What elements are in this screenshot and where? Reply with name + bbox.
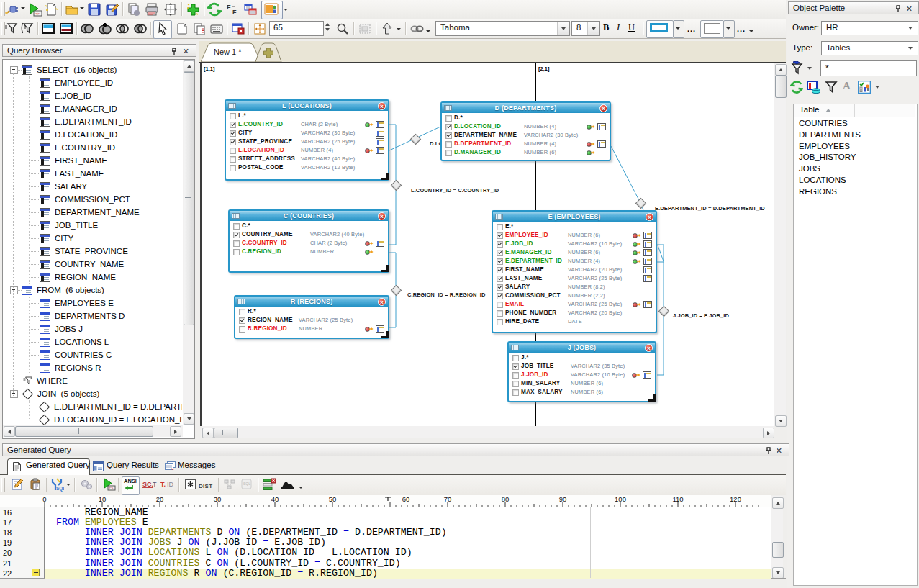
svg-text:SC.: SC. [142,481,153,488]
svg-text:F: F [227,4,231,11]
svg-text:60: 60 [402,495,410,503]
svg-text:[1,1]: [1,1] [204,65,215,72]
svg-text:30: 30 [214,495,222,503]
svg-text:10: 10 [99,495,107,503]
svg-text:40: 40 [271,495,279,503]
svg-text:T: T [153,481,157,488]
svg-text:80: 80 [502,495,510,503]
svg-text:120: 120 [730,495,741,503]
svg-text:T.: T. [160,481,166,488]
svg-text:SQL: SQL [243,481,250,486]
svg-text:70: 70 [444,495,452,503]
svg-text:ID: ID [167,481,174,488]
svg-text:20: 20 [156,495,164,503]
svg-text:90: 90 [559,495,567,503]
svg-text:100: 100 [615,495,626,503]
svg-text:SQL: SQL [56,486,64,492]
svg-text:[2,1]: [2,1] [538,65,550,72]
svg-text:<>: <> [109,486,113,490]
svg-text:50: 50 [329,495,337,503]
svg-text:F: F [232,9,237,16]
svg-text:ANSI: ANSI [124,478,137,484]
svg-text:110: 110 [672,495,683,503]
svg-text:0: 0 [42,495,46,503]
